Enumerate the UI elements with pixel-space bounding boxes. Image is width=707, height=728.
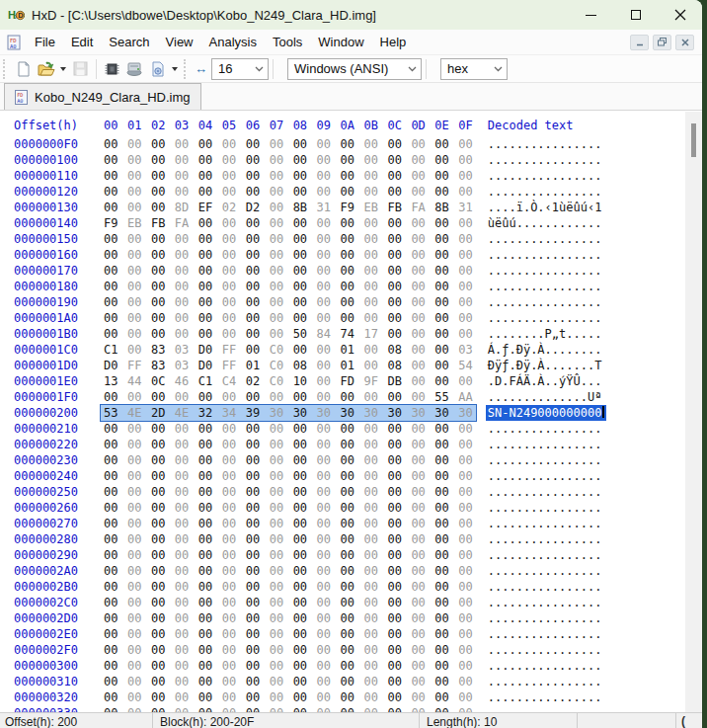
decoded-text[interactable]: ................ <box>488 231 602 247</box>
hex-byte[interactable]: 00 <box>127 452 142 468</box>
hex-byte[interactable]: 00 <box>270 705 284 712</box>
hex-bytes[interactable]: 00000000000000000000000000000000 <box>104 563 473 579</box>
hex-byte[interactable]: 00 <box>222 626 237 642</box>
hex-byte[interactable]: 00 <box>458 674 473 689</box>
hex-byte[interactable]: 00 <box>127 689 142 705</box>
hex-byte[interactable]: 00 <box>411 310 426 326</box>
hex-byte[interactable]: 00 <box>411 689 426 705</box>
hex-byte[interactable]: 00 <box>363 358 378 373</box>
hex-byte[interactable]: 00 <box>175 516 190 531</box>
decoded-text[interactable]: ................ <box>488 642 602 658</box>
hex-byte[interactable]: 00 <box>270 247 284 263</box>
hex-byte[interactable]: 00 <box>246 279 261 294</box>
hex-byte[interactable]: 00 <box>411 658 426 674</box>
hex-bytes[interactable]: 00000000000000000000000000000000 <box>104 579 473 595</box>
hex-byte[interactable]: 00 <box>411 279 426 294</box>
hex-byte[interactable]: 00 <box>411 468 426 484</box>
hex-byte[interactable]: 00 <box>387 294 402 310</box>
hex-byte[interactable]: 00 <box>246 168 261 184</box>
hex-byte[interactable]: 00 <box>270 136 284 152</box>
decoded-text[interactable]: .D.FÁÄ.À..ýŸÛ... <box>488 373 602 389</box>
hex-byte[interactable]: 00 <box>411 437 426 452</box>
hex-byte[interactable]: 08 <box>293 358 308 373</box>
hex-bytes[interactable]: 534E2D4E323439303030303030303030 <box>101 405 476 421</box>
hex-row[interactable]: 000000140F9EBFBFA00000000000000000000000… <box>0 215 685 231</box>
hex-byte[interactable]: 00 <box>458 484 473 500</box>
hex-byte[interactable]: 00 <box>127 326 142 342</box>
hex-byte[interactable]: 00 <box>341 263 355 279</box>
hex-byte[interactable]: 00 <box>434 642 449 658</box>
hex-byte[interactable]: 00 <box>151 642 166 658</box>
hex-byte[interactable]: 00 <box>104 563 118 579</box>
hex-byte[interactable]: 00 <box>387 563 402 579</box>
hex-byte[interactable]: 00 <box>363 658 378 674</box>
menu-item-edit[interactable]: Edit <box>63 31 101 53</box>
hex-byte[interactable]: 00 <box>341 689 355 705</box>
hex-byte[interactable]: 00 <box>246 152 261 168</box>
hex-byte[interactable]: 00 <box>341 389 355 405</box>
hex-row[interactable]: 0000001E013440C46C1C402C01000FD9FDB00000… <box>0 373 685 389</box>
hex-byte[interactable]: 00 <box>222 658 237 674</box>
hex-byte[interactable]: 00 <box>317 310 332 326</box>
decoded-text[interactable]: Á.ƒ.Ðÿ.À........ <box>488 342 602 358</box>
hex-byte[interactable]: C1 <box>104 342 118 358</box>
decoded-text[interactable]: ................ <box>488 500 602 516</box>
hex-byte[interactable]: 00 <box>151 689 166 705</box>
hex-bytes[interactable]: 00000000000000000000000000000000 <box>104 595 473 610</box>
hex-byte[interactable]: 00 <box>198 168 213 184</box>
hex-row[interactable]: 0000001D0D0FF8303D0FF01C0080001000800005… <box>0 358 685 373</box>
hex-byte[interactable]: 84 <box>317 326 332 342</box>
hex-byte[interactable]: 00 <box>458 437 473 452</box>
hex-byte[interactable]: 00 <box>293 437 308 452</box>
hex-byte[interactable]: 00 <box>363 247 378 263</box>
hex-byte[interactable]: 00 <box>270 642 284 658</box>
hex-byte[interactable]: 00 <box>104 184 118 200</box>
hex-byte[interactable]: 00 <box>175 531 190 547</box>
hex-byte[interactable]: 55 <box>434 389 449 405</box>
hex-byte[interactable]: 00 <box>222 452 237 468</box>
hex-byte[interactable]: 00 <box>198 421 213 437</box>
hex-row[interactable]: 0000001300000008DEF02D2008B31F9EBFBFA8B3… <box>0 200 685 215</box>
hex-byte[interactable]: 00 <box>341 294 355 310</box>
hex-byte[interactable]: 00 <box>458 279 473 294</box>
hex-row[interactable]: 0000002700000000000000000000000000000000… <box>0 516 685 531</box>
hex-byte[interactable]: 00 <box>198 310 213 326</box>
hex-byte[interactable]: 00 <box>104 200 118 215</box>
hex-byte[interactable]: 00 <box>458 247 473 263</box>
hex-byte[interactable]: 00 <box>458 531 473 547</box>
hex-bytes[interactable]: 00000000000000000000000000000000 <box>104 279 473 294</box>
hex-byte[interactable]: 00 <box>293 421 308 437</box>
hex-byte[interactable]: 00 <box>127 563 142 579</box>
hex-byte[interactable]: 00 <box>175 310 190 326</box>
hex-byte[interactable]: FF <box>222 342 237 358</box>
hex-byte[interactable]: C0 <box>270 373 284 389</box>
hex-byte[interactable]: 00 <box>151 516 166 531</box>
hex-byte[interactable]: 00 <box>317 658 332 674</box>
hex-byte[interactable]: 00 <box>411 326 426 342</box>
hex-byte[interactable]: 00 <box>222 689 237 705</box>
hex-byte[interactable]: 00 <box>104 310 118 326</box>
hex-byte[interactable]: 00 <box>387 168 402 184</box>
decoded-text[interactable]: ..............Uª <box>488 389 602 405</box>
hex-byte[interactable]: 00 <box>341 215 355 231</box>
menu-item-tools[interactable]: Tools <box>265 31 310 53</box>
hex-byte[interactable]: 00 <box>317 689 332 705</box>
hex-byte[interactable]: 00 <box>434 658 449 674</box>
hex-byte[interactable]: 00 <box>104 421 118 437</box>
hex-byte[interactable]: 00 <box>387 674 402 689</box>
hex-byte[interactable]: 00 <box>175 326 190 342</box>
hex-byte[interactable]: 00 <box>317 373 332 389</box>
hex-byte[interactable]: 00 <box>198 231 213 247</box>
hex-bytes[interactable]: F9EBFBFA000000000000000000000000 <box>104 215 473 231</box>
hex-byte[interactable]: 00 <box>387 610 402 626</box>
hex-byte[interactable]: 00 <box>341 674 355 689</box>
hex-row[interactable]: 0000000F00000000000000000000000000000000… <box>0 136 685 152</box>
hex-byte[interactable]: 00 <box>317 263 332 279</box>
hex-byte[interactable]: 00 <box>270 610 284 626</box>
decoded-text[interactable]: ................ <box>488 152 602 168</box>
hex-row[interactable]: 0000001600000000000000000000000000000000… <box>0 247 685 263</box>
hex-byte[interactable]: 00 <box>104 294 118 310</box>
hex-byte[interactable]: 00 <box>127 247 142 263</box>
save-button[interactable] <box>69 57 92 80</box>
decoded-text[interactable]: ................ <box>488 610 602 626</box>
